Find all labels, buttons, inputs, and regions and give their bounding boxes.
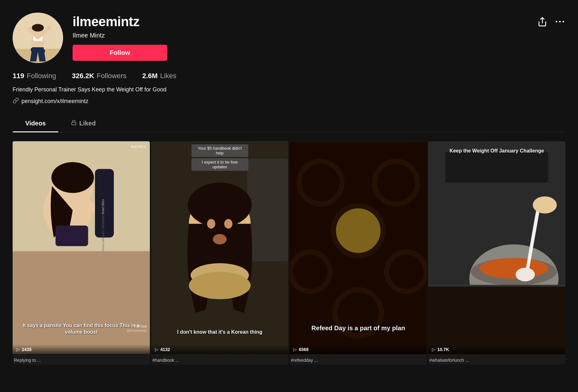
videos-grid: MATRIX total filler HIGH A: [0, 140, 578, 366]
watermark-user-1: @ilmeemintz: [127, 329, 147, 332]
svg-point-37: [213, 234, 227, 245]
speech-bubble-group-2: Your $5 handbook didn't help I expect it…: [192, 144, 248, 171]
watermark-brand-1: TikTok: [127, 324, 147, 329]
play-icon-3: ▷: [293, 347, 297, 352]
tab-liked-label: Liked: [79, 120, 96, 127]
video-svg-4: [428, 141, 565, 355]
video-stats-bar-3: ▷ 6568: [290, 344, 427, 355]
product-label-1: MATRIX: [131, 145, 146, 149]
video-caption-1: Replying to ...: [13, 355, 150, 365]
video-stats-bar-4: ▷ 10.7K: [428, 344, 565, 355]
speech-bubble-1-2: Your $5 handbook didn't help: [192, 144, 248, 157]
video-svg-2: [151, 141, 288, 355]
speech-bubble-2-2: I expect it to be free updates: [192, 158, 248, 171]
video-card-4[interactable]: Keep the Weight Off January Challenge ▷ …: [428, 141, 565, 365]
more-icon: ···: [555, 16, 565, 27]
video-stats-bar-1: ▷ 2435: [13, 344, 150, 355]
svg-rect-19: [13, 251, 150, 354]
followers-count: 326.2K: [72, 72, 94, 80]
avatar: [13, 13, 63, 63]
video-caption-2: #handbook ...: [151, 355, 288, 365]
share-button[interactable]: [537, 17, 547, 27]
svg-point-12: [31, 47, 37, 52]
svg-rect-15: [72, 122, 76, 125]
tab-videos[interactable]: Videos: [13, 115, 58, 132]
profile-info: ilmeemintz Ilmee Mintz Follow: [73, 13, 565, 61]
play-count-4: 10.7K: [437, 347, 449, 352]
svg-point-11: [47, 25, 51, 30]
avatar-container: [13, 13, 63, 63]
link-text: pensight.com/x/ilmeemintz: [21, 98, 88, 105]
play-icon-1: ▷: [16, 347, 20, 352]
followers-label: Followers: [97, 72, 127, 80]
profile-link[interactable]: pensight.com/x/ilmeemintz: [13, 97, 565, 105]
svg-point-59: [533, 196, 557, 213]
svg-point-36: [224, 219, 233, 228]
svg-point-10: [28, 27, 32, 31]
video-overlay-3: Refeed Day is a part of my plan: [293, 324, 423, 332]
video-overlay-2: I don't know that it's a Korean thing: [155, 329, 285, 336]
video-thumbnail-3: Refeed Day is a part of my plan ▷ 6568: [290, 141, 427, 355]
followers-stat: 326.2K Followers: [72, 72, 127, 80]
svg-rect-30: [247, 159, 289, 262]
svg-rect-27: [56, 226, 88, 246]
play-count-3: 6568: [299, 347, 309, 352]
video-svg-3: [290, 141, 427, 355]
svg-rect-62: [445, 152, 548, 183]
display-name: Ilmee Mintz: [73, 32, 565, 39]
video-caption-4: #whatiateforlunch ...: [428, 355, 565, 365]
video-thumbnail-4: Keep the Weight Off January Challenge ▷ …: [428, 141, 565, 355]
share-icon: [537, 17, 547, 27]
tab-liked[interactable]: Liked: [58, 115, 108, 132]
following-count: 119: [13, 72, 24, 80]
profile-header: ilmeemintz Ilmee Mintz Follow ···: [13, 13, 565, 63]
svg-point-58: [516, 268, 535, 282]
video-thumbnail-1: MATRIX total filler HIGH A: [13, 141, 150, 355]
more-button[interactable]: ···: [555, 16, 565, 27]
play-count-1: 2435: [22, 347, 32, 352]
likes-stat: 2.6M Likes: [142, 72, 176, 80]
svg-rect-51: [290, 141, 427, 354]
svg-rect-60: [428, 285, 565, 354]
profile-section: ilmeemintz Ilmee Mintz Follow ··· 119 Fo…: [0, 0, 578, 139]
tiktok-watermark-1: TikTok @ilmeemintz: [127, 324, 147, 332]
following-label: Following: [27, 72, 56, 80]
likes-count: 2.6M: [142, 72, 158, 80]
stats-row: 119 Following 326.2K Followers 2.6M Like…: [13, 72, 565, 80]
video-stats-bar-2: ▷ 4132: [151, 344, 288, 355]
avatar-image: [13, 13, 63, 63]
svg-point-34: [189, 272, 251, 299]
action-buttons: ···: [537, 16, 565, 27]
following-stat: 119 Following: [13, 72, 56, 80]
play-count-2: 4132: [160, 347, 170, 352]
follow-button[interactable]: Follow: [73, 45, 167, 61]
svg-point-13: [39, 49, 45, 54]
video-thumbnail-2: Your $5 handbook didn't help I expect it…: [151, 141, 288, 355]
svg-point-22: [51, 162, 94, 193]
svg-point-32: [188, 183, 251, 227]
link-icon: [13, 97, 19, 105]
svg-point-35: [207, 219, 215, 228]
svg-rect-61: [428, 285, 565, 286]
svg-text:HIGH AMPLIFY WONDER BOOST: HIGH AMPLIFY WONDER BOOST: [101, 203, 105, 251]
video-card-2[interactable]: Your $5 handbook didn't help I expect it…: [151, 141, 288, 365]
play-icon-4: ▷: [432, 347, 435, 352]
tabs-section: Videos Liked: [13, 115, 565, 132]
video-caption-3: #refeedday ...: [290, 355, 427, 365]
svg-point-6: [32, 24, 44, 32]
video-card-3[interactable]: Refeed Day is a part of my plan ▷ 6568 #…: [290, 141, 427, 365]
tab-videos-label: Videos: [25, 120, 46, 127]
lock-icon: [71, 120, 77, 127]
bio-text: Friendly Personal Trainer Says Keep the …: [13, 86, 565, 94]
likes-label: Likes: [160, 72, 176, 80]
svg-point-56: [480, 258, 548, 279]
video-card-1[interactable]: MATRIX total filler HIGH A: [13, 141, 150, 365]
video-overlay-4-top: Keep the Weight Off January Challenge: [442, 147, 552, 154]
username: ilmeemintz: [73, 14, 565, 29]
avatar-svg: [13, 13, 63, 63]
play-icon-2: ▷: [155, 347, 158, 352]
